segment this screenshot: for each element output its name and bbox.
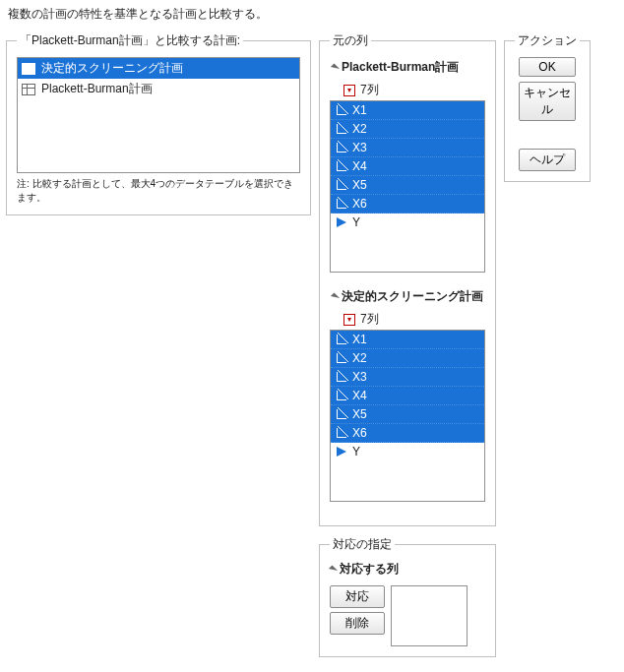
column-menu-icon[interactable]: ▾: [343, 314, 355, 326]
column-item-label: X5: [352, 407, 367, 421]
compare-designs-legend: 「Plackett-Burman計画」と比較する計画:: [17, 32, 243, 49]
column-group-title: Plackett-Burman計画: [342, 59, 459, 76]
disclosure-icon: [331, 63, 340, 72]
list-blank: [331, 461, 484, 501]
column-item-label: X6: [352, 197, 367, 211]
continuous-icon: [337, 124, 346, 134]
continuous-icon: [337, 428, 346, 438]
column-item-label: X5: [352, 178, 367, 192]
continuous-icon: [337, 353, 346, 363]
continuous-icon: [337, 143, 346, 153]
column-item[interactable]: X6: [331, 195, 484, 214]
design-list-item[interactable]: 決定的スクリーニング計画: [18, 58, 299, 79]
column-item[interactable]: X5: [331, 176, 484, 195]
column-list[interactable]: X1X2X3X4X5X6Y: [330, 100, 485, 273]
column-item[interactable]: X6: [331, 424, 484, 443]
cancel-button[interactable]: キャンセル: [519, 82, 576, 121]
mapping-header-label: 対応する列: [340, 561, 399, 578]
column-group-title: 決定的スクリーニング計画: [342, 288, 483, 305]
design-list-item-label: 決定的スクリーニング計画: [41, 60, 183, 77]
continuous-icon: [337, 409, 346, 419]
compare-designs-group: 「Plackett-Burman計画」と比較する計画: 決定的スクリーニング計画…: [6, 32, 311, 215]
match-button[interactable]: 対応: [330, 585, 385, 608]
disclosure-icon: [329, 565, 338, 574]
design-list-item[interactable]: Plackett-Burman計画: [18, 79, 299, 99]
compare-designs-note: 注: 比較する計画として、最大4つのデータテーブルを選択できます。: [17, 177, 300, 205]
response-icon: [337, 447, 346, 457]
column-item[interactable]: X2: [331, 349, 484, 368]
mapping-list[interactable]: [391, 585, 468, 646]
continuous-icon: [337, 161, 346, 171]
column-item[interactable]: Y: [331, 443, 484, 461]
mapping-legend: 対応の指定: [330, 536, 395, 553]
design-list-item-label: Plackett-Burman計画: [41, 81, 153, 97]
column-item-label: X2: [352, 122, 367, 136]
column-item[interactable]: X3: [331, 368, 484, 387]
delete-button[interactable]: 削除: [330, 612, 385, 635]
column-group-header[interactable]: Plackett-Burman計画: [330, 57, 485, 78]
column-item-label: X3: [352, 141, 367, 154]
column-menu-icon[interactable]: ▾: [343, 85, 355, 96]
disclosure-icon: [331, 292, 340, 301]
list-blank: [331, 232, 484, 272]
column-group-header[interactable]: 決定的スクリーニング計画: [330, 286, 485, 307]
mapping-group: 対応の指定 対応する列 対応 削除: [319, 536, 496, 657]
response-icon: [337, 217, 346, 227]
source-columns-group: 元の列 Plackett-Burman計画▾7列X1X2X3X4X5X6Y決定的…: [319, 32, 496, 526]
column-item-label: X1: [352, 333, 367, 346]
continuous-icon: [337, 105, 346, 115]
column-item[interactable]: X3: [331, 139, 484, 157]
column-item[interactable]: X2: [331, 120, 484, 139]
continuous-icon: [337, 372, 346, 382]
column-count-row[interactable]: ▾7列: [343, 82, 485, 98]
column-item[interactable]: X5: [331, 405, 484, 424]
column-item-label: Y: [352, 445, 360, 458]
continuous-icon: [337, 335, 346, 344]
actions-group: アクション OK キャンセル ヘルプ: [504, 32, 591, 182]
column-item-label: X2: [352, 351, 367, 365]
design-list[interactable]: 決定的スクリーニング計画Plackett-Burman計画: [17, 57, 300, 173]
table-icon: [22, 63, 35, 75]
actions-legend: アクション: [515, 32, 580, 49]
help-button[interactable]: ヘルプ: [519, 149, 576, 171]
column-item[interactable]: X4: [331, 387, 484, 405]
source-columns-legend: 元の列: [330, 32, 371, 49]
column-item-label: Y: [352, 215, 360, 229]
column-count-label: 7列: [360, 311, 379, 328]
column-count-row[interactable]: ▾7列: [343, 311, 485, 328]
column-item[interactable]: X1: [331, 101, 484, 120]
dialog-description: 複数の計画の特性を基準となる計画と比較する。: [8, 6, 618, 23]
column-item[interactable]: Y: [331, 214, 484, 232]
continuous-icon: [337, 199, 346, 209]
column-item[interactable]: X4: [331, 157, 484, 176]
column-item-label: X6: [352, 426, 367, 440]
mapping-header[interactable]: 対応する列: [330, 561, 485, 578]
column-item-label: X1: [352, 103, 367, 117]
column-list[interactable]: X1X2X3X4X5X6Y: [330, 330, 485, 502]
continuous-icon: [337, 180, 346, 190]
column-item[interactable]: X1: [331, 331, 484, 349]
column-item-label: X4: [352, 389, 367, 402]
continuous-icon: [337, 391, 346, 400]
column-item-label: X3: [352, 370, 367, 384]
table-icon: [22, 84, 35, 95]
column-count-label: 7列: [360, 82, 379, 98]
ok-button[interactable]: OK: [519, 57, 576, 77]
column-item-label: X4: [352, 159, 367, 173]
